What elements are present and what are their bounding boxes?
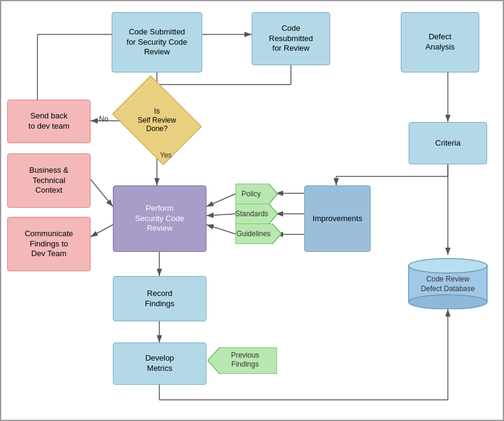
communicate-label: Communicate Findings to Dev Team xyxy=(25,229,73,260)
develop-metrics-box: Develop Metrics xyxy=(113,342,206,385)
business-context-box: Business & Technical Context xyxy=(7,153,91,208)
svg-line-6 xyxy=(91,179,113,207)
criteria-box: Criteria xyxy=(409,122,487,164)
svg-text:Previous: Previous xyxy=(231,351,260,359)
code-submitted-box: Code Submitted for Security Code Review xyxy=(112,12,202,72)
svg-line-8 xyxy=(206,193,237,207)
record-findings-box: Record Findings xyxy=(113,276,206,321)
svg-point-36 xyxy=(409,259,487,273)
svg-text:Guidelines: Guidelines xyxy=(237,230,271,238)
policy-box: Policy xyxy=(235,184,278,204)
code-resubmitted-box: Code Resubmitted for Review xyxy=(252,12,330,65)
self-review-diamond: Is Self Review Done? xyxy=(121,93,193,147)
record-findings-label: Record Findings xyxy=(145,289,174,309)
svg-text:Code Review: Code Review xyxy=(426,275,470,283)
code-review-db-box: Code Review Defect Database xyxy=(406,255,490,309)
business-context-label: Business & Technical Context xyxy=(29,166,68,196)
defect-analysis-label: Defect Analysis xyxy=(426,32,455,53)
standards-box: Standards xyxy=(235,204,278,224)
improvements-box: Improvements xyxy=(304,185,371,252)
send-back-box: Send back to dev team xyxy=(7,100,91,143)
code-submitted-label: Code Submitted for Security Code Review xyxy=(127,27,187,58)
svg-point-37 xyxy=(409,295,487,309)
guidelines-box: Guidelines xyxy=(235,223,281,244)
develop-metrics-label: Develop Metrics xyxy=(145,353,174,374)
code-resubmitted-label: Code Resubmitted for Review xyxy=(269,24,313,54)
improvements-label: Improvements xyxy=(313,214,362,224)
cylinder-svg: Code Review Defect Database xyxy=(406,255,490,309)
yes-label: Yes xyxy=(160,151,172,159)
self-review-label: Is Self Review Done? xyxy=(121,93,193,147)
svg-line-7 xyxy=(91,225,113,237)
svg-text:Findings: Findings xyxy=(231,360,258,368)
svg-text:Standards: Standards xyxy=(235,210,268,218)
previous-findings-box: Previous Findings xyxy=(208,347,277,374)
perform-review-label: Perform Security Code Review xyxy=(135,204,185,234)
defect-analysis-box: Defect Analysis xyxy=(401,12,479,72)
no-label: No xyxy=(99,115,108,123)
svg-text:Policy: Policy xyxy=(241,190,261,198)
communicate-box: Communicate Findings to Dev Team xyxy=(7,217,91,271)
perform-review-box: Perform Security Code Review xyxy=(113,185,206,252)
svg-line-9 xyxy=(206,214,237,216)
svg-text:Defect Database: Defect Database xyxy=(421,284,475,293)
diagram: Code Submitted for Security Code Review … xyxy=(0,0,504,421)
svg-line-10 xyxy=(206,225,237,234)
criteria-label: Criteria xyxy=(435,138,461,149)
send-back-label: Send back to dev team xyxy=(28,111,69,132)
